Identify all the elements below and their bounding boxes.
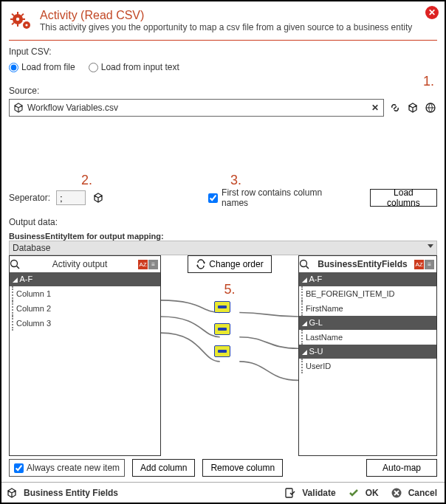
field-item[interactable]: BE_FOREIGN_ITEM_ID xyxy=(301,286,436,301)
first-row-checkbox[interactable] xyxy=(208,193,218,203)
svg-line-13 xyxy=(17,266,20,269)
mapping-node[interactable] xyxy=(214,345,230,357)
always-create-checkbox[interactable]: Always create new item xyxy=(9,459,125,477)
output-data-label: Output data: xyxy=(9,217,437,227)
source-value: Workflow Variables.csv xyxy=(27,103,118,113)
ok-button[interactable]: OK xyxy=(366,488,379,498)
business-entity-fields-panel: BusinessEntityFields AZ ≡ A-F BE_FOREIGN… xyxy=(298,255,437,456)
field-item[interactable]: UserID xyxy=(301,359,436,373)
radio-load-from-file[interactable]: Load from file xyxy=(9,62,75,72)
close-icon[interactable]: ✕ xyxy=(425,6,439,19)
first-row-label: First row contains column names xyxy=(222,187,340,208)
expand-right-icon[interactable] xyxy=(299,259,311,269)
field-item[interactable]: FirstName xyxy=(301,301,436,316)
clear-source-icon[interactable]: ✕ xyxy=(371,103,379,113)
cube-button-icon[interactable] xyxy=(406,101,419,114)
group-header[interactable]: S-U xyxy=(299,345,436,359)
cancel-button[interactable]: Cancel xyxy=(408,488,437,498)
sort-options-icon[interactable]: ≡ xyxy=(148,260,158,269)
svg-rect-6 xyxy=(10,18,13,20)
field-item[interactable]: Column 2 xyxy=(12,301,160,316)
separator-label: Seperator: xyxy=(9,193,50,203)
svg-rect-4 xyxy=(17,12,18,15)
input-csv-label: Input CSV: xyxy=(9,46,437,57)
cancel-icon xyxy=(391,487,402,499)
separator-cube-icon[interactable] xyxy=(92,191,105,204)
dialog-read-csv: ✕ Activity (Read CSV) This activity give… xyxy=(0,0,446,504)
auto-map-button[interactable]: Auto-map xyxy=(366,459,437,477)
svg-point-3 xyxy=(25,24,27,26)
group-header[interactable]: A-F xyxy=(299,272,436,286)
sort-az-icon[interactable]: AZ xyxy=(138,260,148,269)
svg-rect-5 xyxy=(17,24,18,27)
remove-column-button[interactable]: Remove column xyxy=(202,459,283,477)
field-item[interactable]: Column 1 xyxy=(12,286,160,301)
radio-load-from-file-input[interactable] xyxy=(9,63,18,72)
radio-load-from-text-input[interactable] xyxy=(89,63,98,72)
validate-icon xyxy=(284,487,296,499)
annotation-3: 3. xyxy=(230,173,241,188)
load-columns-button[interactable]: Load columns xyxy=(370,189,437,207)
annotation-5: 5. xyxy=(224,282,235,297)
annotation-2: 2. xyxy=(81,173,92,188)
add-column-button[interactable]: Add column xyxy=(132,459,195,477)
right-panel-title: BusinessEntityFields xyxy=(311,259,414,269)
link-icon[interactable] xyxy=(388,101,402,114)
svg-line-15 xyxy=(306,266,309,269)
mapping-node[interactable] xyxy=(214,323,230,335)
radio-load-from-text[interactable]: Load from input text xyxy=(89,62,179,72)
change-order-button[interactable]: Change order xyxy=(188,255,271,273)
footer-label: Business Entity Fields xyxy=(24,488,118,498)
source-input[interactable]: Workflow Variables.csv ✕ xyxy=(9,99,384,117)
dialog-title: Activity (Read CSV) xyxy=(40,9,412,22)
field-item[interactable]: Column 3 xyxy=(12,316,160,331)
mapping-label: BusinessEntityItem for output mapping: xyxy=(9,232,437,241)
validate-button[interactable]: Validate xyxy=(302,488,335,498)
field-item[interactable]: LastName xyxy=(301,330,436,345)
footer-cube-icon xyxy=(6,487,18,499)
check-icon xyxy=(348,487,360,499)
database-dropdown[interactable]: Database xyxy=(9,241,437,255)
source-label: Source: xyxy=(9,86,437,96)
expand-left-icon[interactable] xyxy=(10,259,21,269)
cube-icon xyxy=(13,102,24,114)
dialog-subtitle: This activity gives you the opportunity … xyxy=(40,22,412,32)
globe-icon[interactable] xyxy=(424,101,437,114)
group-header[interactable]: A-F xyxy=(10,272,160,286)
separator-input[interactable] xyxy=(56,190,86,205)
svg-rect-7 xyxy=(22,18,25,20)
group-header[interactable]: G-L xyxy=(299,316,436,330)
svg-point-14 xyxy=(301,260,307,267)
svg-point-12 xyxy=(11,260,18,267)
mapping-node[interactable] xyxy=(214,301,230,313)
left-panel-title: Activity output xyxy=(21,259,138,269)
svg-rect-16 xyxy=(286,489,292,497)
sort-options-icon[interactable]: ≡ xyxy=(425,260,434,269)
chevron-down-icon xyxy=(428,244,433,248)
dialog-footer: Business Entity Fields Validate OK Cance… xyxy=(1,482,445,503)
gears-icon xyxy=(9,9,34,34)
dialog-header: Activity (Read CSV) This activity gives … xyxy=(9,6,437,41)
sort-az-icon[interactable]: AZ xyxy=(414,260,424,269)
svg-point-2 xyxy=(16,18,19,21)
activity-output-panel: Activity output AZ ≡ A-F Column 1 Column… xyxy=(9,255,161,456)
